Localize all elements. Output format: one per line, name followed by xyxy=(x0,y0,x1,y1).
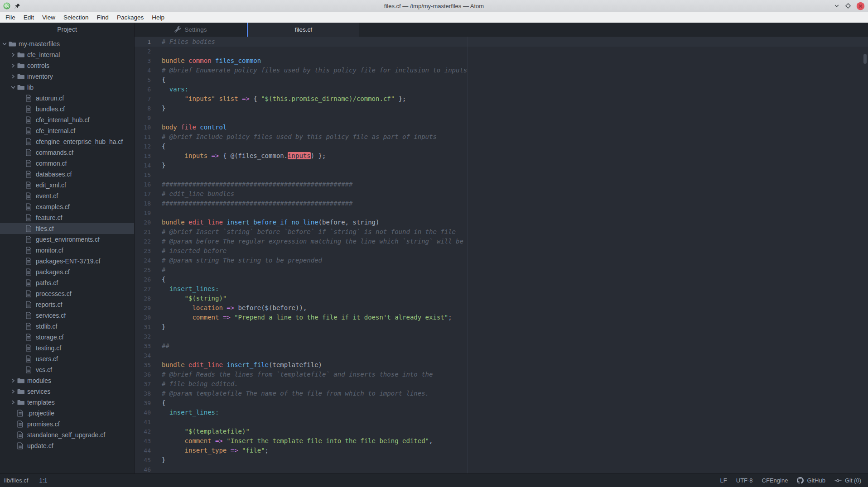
close-button[interactable] xyxy=(856,2,865,10)
scrollbar-thumb[interactable] xyxy=(863,54,867,64)
code-line[interactable]: 39{ xyxy=(135,398,868,408)
pin-icon[interactable] xyxy=(14,3,20,9)
status-github[interactable]: GitHub xyxy=(792,477,829,484)
tree-item-controls[interactable]: controls xyxy=(0,60,134,71)
tree-item-testing-cf[interactable]: testing.cf xyxy=(0,343,134,353)
code-line[interactable]: 6 vars: xyxy=(135,85,868,94)
code-line[interactable]: 9 xyxy=(135,113,868,123)
code-line[interactable]: 10body file control xyxy=(135,123,868,132)
code-line[interactable]: 22# @param before The regular expression… xyxy=(135,237,868,246)
tree-item-reports-cf[interactable]: reports.cf xyxy=(0,299,134,310)
tree-item-modules[interactable]: modules xyxy=(0,375,134,386)
maximize-button[interactable] xyxy=(845,3,851,9)
menu-item-packages[interactable]: Packages xyxy=(113,14,148,21)
code-line[interactable]: 37# file being edited. xyxy=(135,379,868,389)
tree-item-projectile[interactable]: .projectile xyxy=(0,408,134,419)
tree-item-cfengine-enterprise-hub-ha-cf[interactable]: cfengine_enterprise_hub_ha.cf xyxy=(0,136,134,147)
tree-item-packages-cf[interactable]: packages.cf xyxy=(0,267,134,277)
code-line[interactable]: 34 xyxy=(135,351,868,360)
tree-item-templates[interactable]: templates xyxy=(0,397,134,408)
code-line[interactable]: 33## xyxy=(135,341,868,351)
tree-item-cfe-internal-hub-cf[interactable]: cfe_internal_hub.cf xyxy=(0,115,134,125)
code-line[interactable]: 11# @brief Include policy files used by … xyxy=(135,132,868,142)
code-line[interactable]: 13 inputs => { @(files_common.inputs) }; xyxy=(135,151,868,161)
tree-item-processes-cf[interactable]: processes.cf xyxy=(0,288,134,299)
tree-item-databases-cf[interactable]: databases.cf xyxy=(0,169,134,180)
code-line[interactable]: 44 insert_type => "file"; xyxy=(135,446,868,455)
tree-item-services[interactable]: services xyxy=(0,386,134,397)
tree-item-cfe-internal-cf[interactable]: cfe_internal.cf xyxy=(0,125,134,136)
tree-item-files-cf[interactable]: files.cf xyxy=(0,223,134,234)
tree-item-edit-xml-cf[interactable]: edit_xml.cf xyxy=(0,180,134,191)
code-line[interactable]: 16######################################… xyxy=(135,180,868,189)
tree-item-stdlib-cf[interactable]: stdlib.cf xyxy=(0,321,134,332)
menu-item-selection[interactable]: Selection xyxy=(59,14,93,21)
tree-item-cfe-internal[interactable]: cfe_internal xyxy=(0,49,134,60)
tree-item-common-cf[interactable]: common.cf xyxy=(0,158,134,169)
tree-item-promises-cf[interactable]: promises.cf xyxy=(0,419,134,430)
tree-item-commands-cf[interactable]: commands.cf xyxy=(0,147,134,158)
code-line[interactable]: 42 "$(templatefile)" xyxy=(135,427,868,436)
code-line[interactable]: 20bundle edit_line insert_before_if_no_l… xyxy=(135,218,868,227)
minimize-button[interactable] xyxy=(834,3,840,9)
code-line[interactable]: 21# @brief Insert `string` before `befor… xyxy=(135,227,868,237)
tab-files-cf[interactable]: files.cf xyxy=(247,23,359,37)
tree-item-services-cf[interactable]: services.cf xyxy=(0,310,134,321)
tree-item-vcs-cf[interactable]: vcs.cf xyxy=(0,364,134,375)
code-line[interactable]: 17# edit_line bundles xyxy=(135,189,868,199)
code-line[interactable]: 2 xyxy=(135,47,868,56)
code-line[interactable]: 30 comment => "Prepend a line to the fil… xyxy=(135,313,868,322)
code-line[interactable]: 41 xyxy=(135,417,868,427)
menu-item-edit[interactable]: Edit xyxy=(19,14,38,21)
code-line[interactable]: 38# @param templatefile The name of the … xyxy=(135,389,868,398)
code-line[interactable]: 40 insert_lines: xyxy=(135,408,868,417)
code-line[interactable]: 31} xyxy=(135,322,868,332)
tree-item-monitor-cf[interactable]: monitor.cf xyxy=(0,245,134,256)
status-git[interactable]: Git (0) xyxy=(830,477,866,484)
code-line[interactable]: 14} xyxy=(135,161,868,170)
tree-item-inventory[interactable]: inventory xyxy=(0,71,134,82)
code-line[interactable]: 36# @brief Reads the lines from `templat… xyxy=(135,370,868,379)
tree-item-update-cf[interactable]: update.cf xyxy=(0,440,134,451)
code-line[interactable]: 25# xyxy=(135,265,868,275)
menu-item-view[interactable]: View xyxy=(38,14,59,21)
tree-item-standalone-self-upgrade-cf[interactable]: standalone_self_upgrade.cf xyxy=(0,430,134,440)
status-grammar[interactable]: CFEngine xyxy=(757,477,793,484)
menu-item-file[interactable]: File xyxy=(1,14,19,21)
tree-item-lib[interactable]: lib xyxy=(0,82,134,93)
menu-item-help[interactable]: Help xyxy=(148,14,169,21)
code-line[interactable]: 4# @brief Enumerate policy files used by… xyxy=(135,66,868,75)
menu-item-find[interactable]: Find xyxy=(93,14,113,21)
status-encoding[interactable]: UTF-8 xyxy=(732,477,757,484)
code-line[interactable]: 19 xyxy=(135,208,868,218)
tree-item-storage-cf[interactable]: storage.cf xyxy=(0,332,134,343)
tree-item-event-cf[interactable]: event.cf xyxy=(0,191,134,201)
code-line[interactable]: 45} xyxy=(135,455,868,465)
code-line[interactable]: 18######################################… xyxy=(135,199,868,208)
code-line[interactable]: 26{ xyxy=(135,275,868,284)
code-line[interactable]: 15 xyxy=(135,170,868,180)
tree-item-bundles-cf[interactable]: bundles.cf xyxy=(0,104,134,115)
code-line[interactable]: 1# Files bodies xyxy=(135,37,868,47)
tree-item-autorun-cf[interactable]: autorun.cf xyxy=(0,93,134,104)
tree-item-feature-cf[interactable]: feature.cf xyxy=(0,212,134,223)
tab-settings[interactable]: Settings xyxy=(135,23,247,37)
tree-item-examples-cf[interactable]: examples.cf xyxy=(0,201,134,212)
code-line[interactable]: 12{ xyxy=(135,142,868,151)
code-line[interactable]: 23# inserted before xyxy=(135,246,868,256)
code-line[interactable]: 46 xyxy=(135,465,868,473)
text-editor[interactable]: 1# Files bodies23bundle common files_com… xyxy=(135,37,868,473)
code-line[interactable]: 27 insert_lines: xyxy=(135,284,868,294)
tree-item-packages-ent-3719-cf[interactable]: packages-ENT-3719.cf xyxy=(0,256,134,267)
tree-item-paths-cf[interactable]: paths.cf xyxy=(0,277,134,288)
code-line[interactable]: 7 "inputs" slist => { "$(this.promise_di… xyxy=(135,94,868,104)
code-line[interactable]: 28 "$(string)" xyxy=(135,294,868,303)
code-line[interactable]: 29 location => before($(before)), xyxy=(135,303,868,313)
code-line[interactable]: 43 comment => "Insert the template file … xyxy=(135,436,868,446)
code-line[interactable]: 35bundle edit_line insert_file(templatef… xyxy=(135,360,868,370)
code-line[interactable]: 5{ xyxy=(135,75,868,85)
tree-item-my-masterfiles[interactable]: my-masterfiles xyxy=(0,38,134,49)
code-line[interactable]: 3bundle common files_common xyxy=(135,56,868,66)
tree-item-users-cf[interactable]: users.cf xyxy=(0,353,134,364)
code-line[interactable]: 32 xyxy=(135,332,868,341)
